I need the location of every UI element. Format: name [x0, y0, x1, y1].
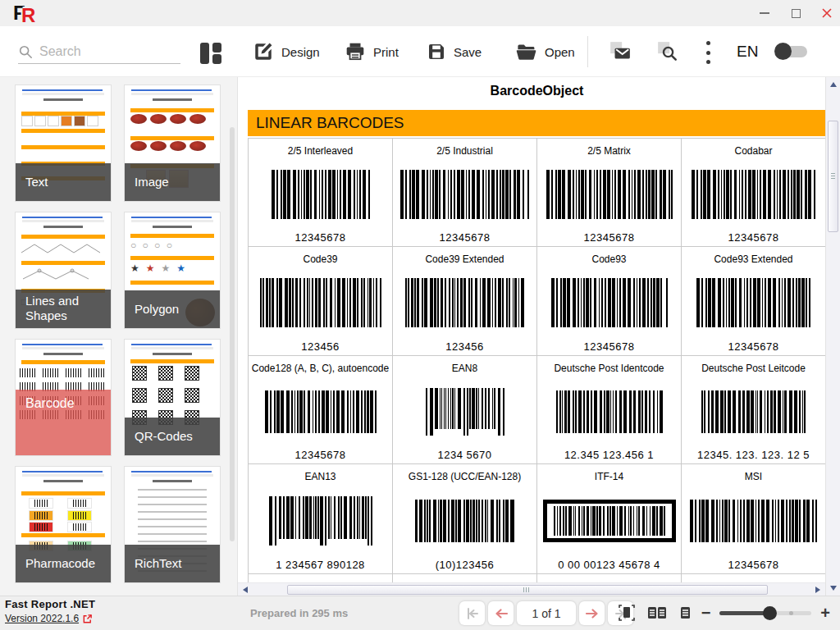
horizontal-scrollbar-thumb[interactable]: [287, 585, 768, 595]
decor: [21, 242, 103, 255]
link-line-decor: [22, 217, 103, 218]
decor: [43, 353, 84, 355]
sidebar-item-lines-and-shapes[interactable]: □ □ ○ △ ◇Lines and Shapes: [15, 212, 112, 329]
sidebar-scrollbar-thumb[interactable]: [230, 127, 235, 541]
search-input[interactable]: [39, 44, 162, 59]
save-button[interactable]: Save: [427, 38, 482, 66]
maximize-button[interactable]: [789, 7, 802, 20]
decor: [170, 114, 186, 124]
minimize-button[interactable]: [758, 7, 771, 20]
design-button[interactable]: Design: [253, 38, 320, 66]
barcode-type-label: Code93: [591, 253, 626, 265]
barcode-type-label: Code39: [303, 253, 337, 265]
link-line-decor: [131, 344, 212, 345]
decor: [22, 220, 104, 222]
decor: [185, 388, 199, 403]
orange-band-decor: [21, 235, 105, 239]
version-link[interactable]: Version 2022.1.6: [5, 613, 79, 624]
barcode-value: 123456: [445, 340, 483, 353]
language-selector[interactable]: EN: [737, 43, 758, 61]
barcode-image: [260, 278, 381, 327]
decor: [22, 93, 104, 95]
scroll-up-button[interactable]: [826, 80, 840, 89]
decor: [73, 523, 86, 531]
barcode-image: [272, 170, 370, 219]
thumbnail-label-band: QR-Codes: [125, 418, 220, 455]
scroll-down-button[interactable]: [826, 583, 840, 593]
first-page-icon: [464, 605, 481, 622]
fastreport-window: FR Design: [0, 0, 840, 630]
two-page-view-icon[interactable]: [646, 603, 669, 623]
vertical-scrollbar-thumb[interactable]: [828, 121, 838, 232]
page-indicator[interactable]: 1 of 1: [517, 601, 576, 625]
barcode-value: 12345678: [295, 231, 346, 244]
barcode-value: 12.345 123.456 1: [564, 449, 654, 461]
toggle-knob: [774, 43, 792, 60]
next-page-button[interactable]: [579, 601, 605, 625]
decor: [130, 141, 214, 151]
sidebar-item-polygon[interactable]: ○ ○ ○ ○★★★★Polygon: [124, 212, 221, 329]
decor: [158, 388, 173, 403]
decor: [150, 141, 167, 151]
decor: [21, 116, 105, 126]
orange-band-decor: [130, 359, 214, 363]
open-button[interactable]: Open: [515, 38, 575, 66]
decor: [130, 141, 147, 151]
barcode-value: 12345678: [584, 340, 635, 353]
previous-page-button[interactable]: [488, 601, 514, 625]
decor: [153, 480, 193, 482]
zoom-in-button[interactable]: +: [820, 605, 830, 621]
first-page-button[interactable]: [459, 601, 485, 625]
barcode-type-label: 2/5 Matrix: [587, 145, 631, 157]
theme-toggle[interactable]: [776, 46, 807, 57]
barcode-type-label: Code93 Extended: [714, 253, 792, 265]
find-button[interactable]: [656, 38, 679, 66]
barcode-image: [556, 390, 663, 433]
scroll-left-icon: [243, 587, 248, 593]
barcode-type-label: MSI: [745, 471, 762, 482]
barcode-grid: 2/5 Interleaved123456782/5 Industrial123…: [248, 138, 825, 582]
barcode-value: 0 00 00123 45678 4: [558, 559, 660, 571]
email-icon: [609, 40, 632, 63]
decor: [16, 340, 111, 356]
print-label: Print: [373, 45, 399, 59]
thumbnail-label: Image: [135, 175, 169, 190]
barcode-cell: 2/5 Industrial12345678: [393, 139, 537, 247]
close-button[interactable]: [820, 7, 833, 20]
barcode-bars: [692, 157, 815, 231]
barcode-bars: [543, 482, 676, 559]
horizontal-scrollbar[interactable]: [238, 582, 825, 596]
zoom-slider-knob[interactable]: [763, 606, 777, 620]
barcode-type-label: Code128 (A, B, C), autoencode: [252, 363, 389, 374]
sidebar-toggle-icon[interactable]: [200, 43, 221, 64]
scroll-right-button[interactable]: [813, 583, 823, 596]
barcode-image: [554, 506, 665, 536]
more-menu-button[interactable]: [704, 41, 712, 64]
scroll-left-button[interactable]: [240, 583, 250, 596]
barcode-image: [551, 278, 668, 327]
barcode-type-label: Codabar: [734, 145, 772, 157]
sidebar-item-text[interactable]: Text: [15, 84, 112, 202]
decor: [20, 368, 37, 377]
orange-band-decor: [21, 491, 105, 495]
toolbar: Design Print Save: [0, 26, 840, 77]
star-decor: ★: [176, 262, 187, 274]
zoom-slider[interactable]: [719, 611, 811, 615]
search-box[interactable]: [18, 39, 180, 64]
zoom-out-button[interactable]: −: [701, 605, 711, 621]
orange-band-decor: [21, 533, 105, 537]
sidebar-item-qr-codes[interactable]: QR-Codes: [124, 339, 221, 456]
email-button[interactable]: [609, 38, 632, 66]
barcode-image: [405, 278, 524, 327]
vertical-scrollbar[interactable]: [825, 77, 840, 596]
decor: [34, 500, 48, 507]
sidebar-item-image[interactable]: Image: [124, 84, 221, 202]
decor: [153, 353, 193, 355]
print-button[interactable]: Print: [345, 38, 399, 66]
sidebar-item-richtext[interactable]: RichText: [124, 466, 221, 583]
decor: [153, 98, 193, 101]
single-page-view-icon[interactable]: [678, 603, 692, 623]
sidebar-item-pharmacode[interactable]: Pharmacode: [15, 466, 112, 583]
fit-page-icon[interactable]: [617, 603, 637, 623]
sidebar-item-barcode[interactable]: Barcode: [15, 339, 112, 456]
